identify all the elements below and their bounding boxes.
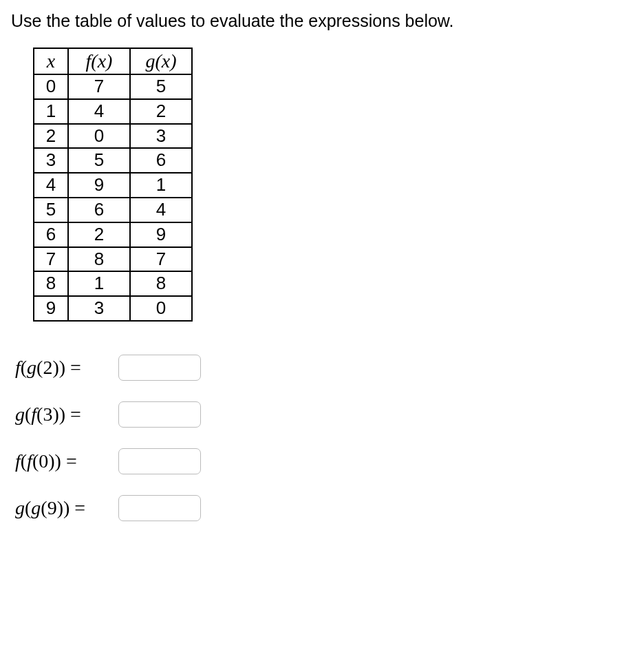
header-gx: g(x) <box>130 48 192 74</box>
cell-fx: 8 <box>68 247 130 272</box>
cell-gx: 2 <box>130 99 192 124</box>
cell-fx: 2 <box>68 222 130 247</box>
cell-gx: 1 <box>130 173 192 198</box>
cell-x: 5 <box>34 198 68 222</box>
cell-fx: 5 <box>68 148 130 173</box>
answer-input-1[interactable] <box>118 355 201 381</box>
cell-fx: 7 <box>68 74 130 99</box>
cell-gx: 9 <box>130 222 192 247</box>
table-row: 564 <box>34 198 192 222</box>
cell-fx: 4 <box>68 99 130 124</box>
table-row: 818 <box>34 271 192 296</box>
cell-gx: 4 <box>130 198 192 222</box>
cell-x: 4 <box>34 173 68 198</box>
table-row: 787 <box>34 247 192 272</box>
cell-x: 3 <box>34 148 68 173</box>
cell-fx: 9 <box>68 173 130 198</box>
cell-x: 9 <box>34 296 68 321</box>
cell-gx: 8 <box>130 271 192 296</box>
table-row: 930 <box>34 296 192 321</box>
table-row: 629 <box>34 222 192 247</box>
table-row: 203 <box>34 124 192 149</box>
cell-fx: 6 <box>68 198 130 222</box>
cell-x: 0 <box>34 74 68 99</box>
values-table: x f(x) g(x) 0751422033564915646297878189… <box>33 48 193 322</box>
instruction-text: Use the table of values to evaluate the … <box>11 11 622 31</box>
table-row: 356 <box>34 148 192 173</box>
table-row: 075 <box>34 74 192 99</box>
cell-gx: 7 <box>130 247 192 272</box>
answer-input-2[interactable] <box>118 401 201 428</box>
answer-input-4[interactable] <box>118 495 201 521</box>
expression-label: g(g(9)) = <box>15 497 118 519</box>
expression-row: f(f(0)) = <box>15 448 622 474</box>
expression-row: g(f(3)) = <box>15 401 622 428</box>
table-row: 491 <box>34 173 192 198</box>
cell-gx: 5 <box>130 74 192 99</box>
expression-row: f(g(2)) = <box>15 355 622 381</box>
expression-label: f(g(2)) = <box>15 357 118 379</box>
cell-gx: 0 <box>130 296 192 321</box>
cell-x: 7 <box>34 247 68 272</box>
expression-label: f(f(0)) = <box>15 450 118 472</box>
cell-fx: 3 <box>68 296 130 321</box>
cell-x: 2 <box>34 124 68 149</box>
cell-x: 6 <box>34 222 68 247</box>
cell-fx: 1 <box>68 271 130 296</box>
answer-input-3[interactable] <box>118 448 201 474</box>
cell-x: 1 <box>34 99 68 124</box>
cell-gx: 6 <box>130 148 192 173</box>
cell-gx: 3 <box>130 124 192 149</box>
header-x: x <box>34 48 68 74</box>
header-fx: f(x) <box>68 48 130 74</box>
cell-fx: 0 <box>68 124 130 149</box>
cell-x: 8 <box>34 271 68 296</box>
table-row: 142 <box>34 99 192 124</box>
expression-row: g(g(9)) = <box>15 495 622 521</box>
expression-label: g(f(3)) = <box>15 403 118 426</box>
